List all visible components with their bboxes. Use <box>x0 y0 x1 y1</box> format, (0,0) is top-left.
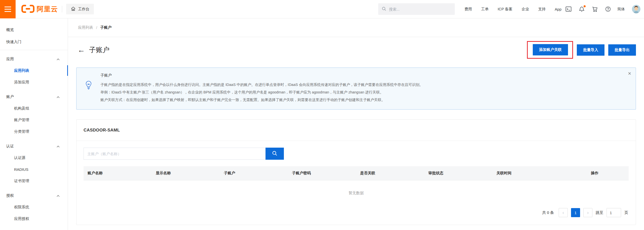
sidebar-group-account-toggle[interactable]: 账户 <box>0 91 68 103</box>
sidebar-group-authorization-toggle[interactable]: 授权 <box>0 190 68 201</box>
table-header-row: 账户名称 显示名称 子账户 子账户密码 是否关联 审批状态 关联时间 操作 <box>84 166 629 180</box>
info-line-1: 子账户指的是在指定应用系统中，用户会以什么身份进行访问。主账户指的是 IDaaS… <box>100 81 621 88</box>
global-search-input[interactable] <box>389 7 447 11</box>
batch-export-button[interactable]: 批量导出 <box>608 44 636 56</box>
sidebar-item-permission-system[interactable]: 权限系统 <box>0 201 68 213</box>
chevron-up-icon <box>57 95 60 99</box>
notification-bell-icon[interactable] <box>579 6 584 12</box>
navbar-links: 费用 工单 ICP 备案 企业 支持 App <box>464 7 561 12</box>
sidebar-group-account: 账户 机构及组 账户管理 分类管理 <box>0 91 68 137</box>
lightbulb-icon <box>85 81 92 104</box>
search-icon <box>272 151 277 157</box>
back-arrow-icon[interactable]: ← <box>78 46 85 54</box>
nav-link-icp[interactable]: ICP 备案 <box>498 7 512 12</box>
sidebar-item-account-mgmt[interactable]: 账户管理 <box>0 114 68 126</box>
close-icon[interactable]: × <box>628 71 631 76</box>
aliyun-logo[interactable]: 阿里云 <box>21 4 58 14</box>
jump-to-label: 跳至 <box>596 210 603 215</box>
highlight-box: 添加账户关联 <box>527 41 573 59</box>
sidebar-group-authentication-toggle[interactable]: 认证 <box>0 140 68 152</box>
col-is-associated: 是否关联 <box>356 166 424 180</box>
col-operations: 操作 <box>560 166 629 180</box>
chevron-up-icon <box>57 144 60 148</box>
top-navbar: 阿里云 工作台 费用 工单 ICP 备案 企业 支持 App <box>0 0 644 18</box>
col-association-time: 关联时间 <box>493 166 561 180</box>
global-search <box>378 3 455 15</box>
prev-page-button[interactable]: ‹ <box>559 208 568 217</box>
home-icon <box>71 6 76 12</box>
current-page-button[interactable]: 1 <box>571 208 580 217</box>
navbar-icons <box>565 6 611 12</box>
sidebar-item-add-app[interactable]: 添加应用 <box>0 76 68 88</box>
sidebar-item-overview[interactable]: 概览 <box>0 24 68 36</box>
notification-badge <box>584 5 586 7</box>
jump-to-page-input[interactable] <box>607 208 621 217</box>
pagination: 共 0 条 ‹ 1 › 跳至 页 <box>84 206 629 225</box>
sub-account-info-box: 子账户 子账户指的是在指定应用系统中，用户会以什么身份进行访问。主账户指的是 I… <box>76 68 636 110</box>
sidebar-group-authorization: 授权 权限系统 应用授权 <box>0 190 68 224</box>
search-icon <box>382 7 386 12</box>
terminal-icon[interactable] <box>565 6 572 12</box>
user-avatar[interactable] <box>632 5 640 13</box>
pagination-total: 共 0 条 <box>542 210 554 215</box>
main-content: 应用列表 / 子账户 ← 子账户 添加账户关联 批量导入 批量导出 <box>68 18 644 230</box>
nav-link-app[interactable]: App <box>555 7 561 11</box>
nav-link-fee[interactable]: 费用 <box>464 7 472 12</box>
sub-account-card: CASDOOR-SAML 账户名称 显示名称 <box>76 119 636 225</box>
next-page-button[interactable]: › <box>583 208 592 217</box>
empty-state-text: 暂无数据 <box>349 191 364 195</box>
hamburger-menu-icon[interactable] <box>0 0 16 18</box>
sidebar-item-org-group[interactable]: 机构及组 <box>0 103 68 114</box>
breadcrumb-current: 子账户 <box>100 25 111 30</box>
chevron-up-icon <box>57 193 60 198</box>
sidebar-divider <box>0 50 68 50</box>
cart-icon[interactable] <box>592 6 598 12</box>
account-search-input[interactable] <box>84 148 266 160</box>
sidebar-group-application-toggle[interactable]: 应用 <box>0 53 68 65</box>
language-switcher[interactable]: 简体 <box>617 7 625 12</box>
batch-import-button[interactable]: 批量导入 <box>577 44 604 56</box>
navbar-divider <box>62 6 62 12</box>
breadcrumb-app-list[interactable]: 应用列表 <box>78 25 93 30</box>
sidebar-group-application: 应用 应用列表 添加应用 <box>0 53 68 88</box>
account-search <box>84 148 629 160</box>
add-account-association-button[interactable]: 添加账户关联 <box>533 44 568 55</box>
sidebar-item-quick-start[interactable]: 快速入门 <box>0 36 68 48</box>
col-sub-account-password: 子账户密码 <box>288 166 356 180</box>
workbench-label: 工作台 <box>78 7 89 12</box>
page-header: ← 子账户 添加账户关联 批量导入 批量导出 <box>68 37 644 59</box>
col-account-name: 账户名称 <box>84 166 152 180</box>
info-box-title: 子账户 <box>100 73 621 78</box>
sidebar-item-app-list[interactable]: 应用列表 <box>0 65 68 76</box>
search-button[interactable] <box>266 148 284 160</box>
application-name: CASDOOR-SAML <box>84 128 120 133</box>
empty-state: 暂无数据 <box>84 180 629 206</box>
info-line-3: 账户关联方式：在应用创建时，如果选择了账户映射，即默认主账户和子账户完全一致，无… <box>100 96 621 104</box>
breadcrumb-separator: / <box>96 25 97 30</box>
brand-name: 阿里云 <box>37 5 58 14</box>
help-icon[interactable] <box>605 6 611 12</box>
sidebar-group-authentication: 认证 认证源 RADIUS 证书管理 <box>0 140 68 187</box>
col-sub-account: 子账户 <box>220 166 288 180</box>
sidebar-item-radius[interactable]: RADIUS <box>0 163 68 175</box>
page-title: 子账户 <box>89 45 109 54</box>
info-line-2: 举例：IDaaS 中有主账户 张三（用户名 zhangsan），在企业的 BPM… <box>100 88 621 96</box>
sidebar-item-category-mgmt[interactable]: 分类管理 <box>0 126 68 137</box>
col-approval-status: 审批状态 <box>424 166 493 180</box>
sidebar: 概览 快速入门 应用 应用列表 添加应用 账户 机构及组 账户管理 分类管理 认… <box>0 18 68 230</box>
col-display-name: 显示名称 <box>152 166 220 180</box>
nav-link-enterprise[interactable]: 企业 <box>521 7 529 12</box>
nav-link-support[interactable]: 支持 <box>538 7 546 12</box>
chevron-up-icon <box>57 57 60 61</box>
breadcrumb: 应用列表 / 子账户 <box>68 18 644 37</box>
sidebar-item-cert-mgmt[interactable]: 证书管理 <box>0 175 68 187</box>
aliyun-logo-icon <box>21 4 35 14</box>
page-unit-label: 页 <box>624 210 628 215</box>
sidebar-item-app-authorization[interactable]: 应用授权 <box>0 213 68 224</box>
sidebar-item-auth-source[interactable]: 认证源 <box>0 152 68 163</box>
workbench-button[interactable]: 工作台 <box>66 4 94 14</box>
page-actions: 添加账户关联 批量导入 批量导出 <box>527 41 636 59</box>
nav-link-ticket[interactable]: 工单 <box>481 7 488 12</box>
